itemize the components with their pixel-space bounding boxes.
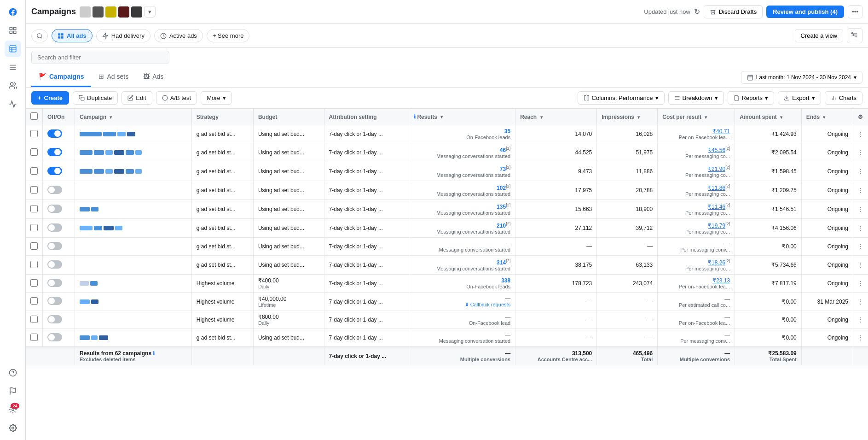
footer-impressions-cell: 465,496 Total bbox=[597, 347, 658, 365]
avatar-expand-button[interactable]: ▾ bbox=[144, 6, 156, 18]
cpr-value-4[interactable]: ₹11.46 bbox=[708, 204, 725, 210]
row-reach-cell: — bbox=[515, 293, 597, 311]
see-more-filter-button[interactable]: + See more bbox=[207, 29, 250, 42]
campaign-toggle-10[interactable] bbox=[47, 315, 62, 323]
row-checkbox-cell bbox=[26, 256, 43, 275]
breakdown-button[interactable]: Breakdown ▾ bbox=[668, 91, 724, 105]
th-ends[interactable]: Ends ▾ bbox=[801, 109, 853, 125]
view-settings-button[interactable] bbox=[847, 28, 862, 43]
duplicate-button[interactable]: Duplicate bbox=[73, 91, 118, 105]
results-value-8[interactable]: 338 bbox=[501, 277, 510, 284]
row-checkbox-5[interactable] bbox=[30, 224, 38, 231]
results-info-icon[interactable]: ℹ bbox=[414, 114, 416, 120]
th-impressions[interactable]: Impressions ▾ bbox=[597, 109, 658, 125]
th-results[interactable]: ℹ Results ▾ bbox=[409, 109, 515, 125]
row-amount-spent-cell: ₹1,546.51 bbox=[735, 200, 802, 219]
refresh-button[interactable]: ↻ bbox=[694, 7, 700, 16]
row-results-cell: 46[2] Messaging conversations started bbox=[409, 143, 515, 162]
results-value-7[interactable]: 314 bbox=[497, 259, 506, 266]
discard-drafts-button[interactable]: Discard Drafts bbox=[704, 5, 763, 18]
row-amount-spent-cell: ₹4,156.06 bbox=[735, 219, 802, 238]
row-settings-cell: ⋮ bbox=[853, 275, 868, 293]
cpr-value-0[interactable]: ₹40.71 bbox=[712, 128, 730, 135]
create-view-button[interactable]: Create a view bbox=[795, 29, 843, 42]
campaign-toggle-5[interactable] bbox=[47, 223, 62, 232]
active-ads-filter-button[interactable]: Active ads bbox=[154, 29, 203, 42]
select-all-checkbox[interactable] bbox=[30, 112, 38, 120]
search-input[interactable] bbox=[31, 51, 169, 64]
export-button[interactable]: Export ▾ bbox=[778, 91, 821, 105]
sidebar-people-icon[interactable] bbox=[5, 77, 21, 94]
cpr-value-8[interactable]: ₹23.13 bbox=[712, 277, 730, 284]
campaign-toggle-3[interactable] bbox=[47, 186, 62, 194]
results-value-2[interactable]: 73 bbox=[500, 166, 506, 172]
campaign-toggle-8[interactable] bbox=[47, 279, 62, 287]
had-delivery-filter-button[interactable]: Had delivery bbox=[96, 29, 150, 42]
cpr-value-1[interactable]: ₹45.56 bbox=[708, 147, 725, 153]
campaign-toggle-0[interactable] bbox=[47, 129, 62, 138]
row-checkbox-6[interactable] bbox=[30, 242, 38, 250]
sidebar-campaigns-icon[interactable] bbox=[5, 41, 21, 57]
sidebar-logo[interactable] bbox=[5, 4, 21, 20]
columns-button[interactable]: Columns: Performance ▾ bbox=[578, 91, 665, 105]
row-checkbox-11[interactable] bbox=[30, 334, 38, 341]
th-campaign[interactable]: Campaign ▾ bbox=[75, 109, 192, 125]
footer-info-icon[interactable]: ℹ bbox=[153, 351, 155, 356]
cpr-value-2[interactable]: ₹21.90 bbox=[708, 166, 725, 172]
results-value-5[interactable]: 210 bbox=[497, 223, 506, 229]
row-checkbox-2[interactable] bbox=[30, 167, 38, 175]
row-amount-spent-cell: ₹0.00 bbox=[735, 311, 802, 329]
row-checkbox-4[interactable] bbox=[30, 205, 38, 212]
tab-campaigns[interactable]: 🚩 Campaigns bbox=[31, 67, 91, 87]
sidebar-list-icon[interactable] bbox=[5, 59, 21, 76]
topbar-more-button[interactable]: ••• bbox=[848, 5, 862, 18]
results-value-1[interactable]: 46 bbox=[500, 147, 506, 153]
create-button[interactable]: + Create bbox=[31, 91, 69, 105]
sidebar-chart-icon[interactable] bbox=[5, 96, 21, 112]
row-budget-cell: Using ad set bud... bbox=[253, 162, 324, 181]
results-value-4[interactable]: 135 bbox=[497, 204, 506, 210]
row-checkbox-3[interactable] bbox=[30, 186, 38, 194]
all-ads-filter-button[interactable]: All ads bbox=[52, 29, 93, 42]
th-reach[interactable]: Reach ▾ bbox=[515, 109, 597, 125]
th-amount-spent[interactable]: Amount spent ▾ bbox=[735, 109, 802, 125]
th-cpr[interactable]: Cost per result ▾ bbox=[658, 109, 735, 125]
sidebar-flag-icon[interactable] bbox=[5, 383, 21, 399]
row-settings-cell: ⋮ bbox=[853, 125, 868, 143]
campaign-toggle-6[interactable] bbox=[47, 242, 62, 250]
cpr-value-3[interactable]: ₹11.86 bbox=[708, 185, 725, 191]
campaign-toggle-2[interactable] bbox=[47, 167, 62, 175]
tab-adsets[interactable]: ⊞ Ad sets bbox=[91, 67, 136, 87]
row-campaign-cell bbox=[75, 200, 192, 219]
tab-ads[interactable]: 🖼 Ads bbox=[136, 67, 171, 87]
sidebar-notification-icon[interactable]: 24 bbox=[5, 401, 21, 418]
sidebar-settings-icon[interactable] bbox=[5, 420, 21, 436]
sidebar-grid-icon[interactable] bbox=[5, 22, 21, 39]
cpr-value-7[interactable]: ₹18.26 bbox=[708, 259, 725, 266]
campaign-toggle-7[interactable] bbox=[47, 260, 62, 269]
row-checkbox-7[interactable] bbox=[30, 261, 38, 268]
row-checkbox-0[interactable] bbox=[30, 130, 38, 137]
results-value-3[interactable]: 102 bbox=[497, 185, 506, 191]
row-checkbox-8[interactable] bbox=[30, 279, 38, 287]
campaign-toggle-9[interactable] bbox=[47, 297, 62, 305]
reports-button[interactable]: Reports ▾ bbox=[728, 91, 775, 105]
campaign-toggle-11[interactable] bbox=[47, 333, 62, 341]
review-publish-button[interactable]: Review and publish (4) bbox=[766, 6, 844, 18]
cpr-value-5[interactable]: ₹19.79 bbox=[708, 223, 725, 229]
row-checkbox-10[interactable] bbox=[30, 316, 38, 323]
campaign-toggle-4[interactable] bbox=[47, 205, 62, 213]
ab-test-button[interactable]: A/B test bbox=[156, 91, 197, 105]
row-checkbox-1[interactable] bbox=[30, 148, 38, 156]
date-range-button[interactable]: Last month: 1 Nov 2024 - 30 Nov 2024 ▾ bbox=[741, 71, 862, 84]
row-cpr-cell: ₹23.13 Per on-Facebook lea... bbox=[658, 275, 735, 293]
row-checkbox-9[interactable] bbox=[30, 297, 38, 305]
more-actions-button[interactable]: More ▾ bbox=[201, 91, 232, 105]
charts-button[interactable]: Charts bbox=[825, 91, 862, 105]
search-button[interactable] bbox=[31, 29, 48, 42]
sidebar-help-icon[interactable] bbox=[5, 364, 21, 381]
campaign-toggle-1[interactable] bbox=[47, 148, 62, 156]
edit-button[interactable]: Edit bbox=[122, 91, 152, 105]
results-value-0[interactable]: 35 bbox=[504, 128, 510, 135]
row-budget-cell: Using ad set bud... bbox=[253, 219, 324, 238]
